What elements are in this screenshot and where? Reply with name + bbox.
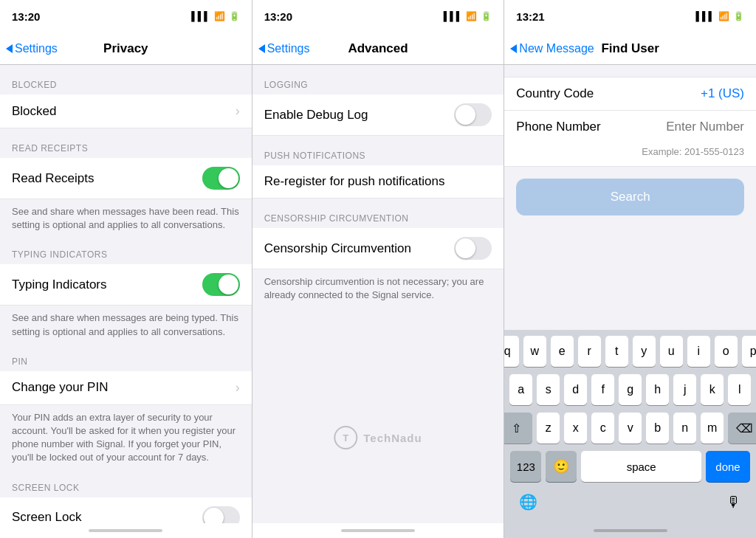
signal-icon-1: ▌▌▌ [191, 11, 210, 21]
keyboard: q w e r t y u i o p a s d f g h j k l ⇧ … [504, 330, 756, 523]
status-icons-1: ▌▌▌ 📶 🔋 [191, 11, 240, 21]
key-d[interactable]: d [564, 374, 587, 405]
key-space[interactable]: space [581, 451, 701, 482]
section-header-logging: LOGGING [252, 65, 504, 94]
key-b[interactable]: b [646, 413, 669, 444]
form-row-phone[interactable]: Phone Number [504, 110, 756, 143]
key-e[interactable]: e [551, 336, 574, 367]
key-r[interactable]: r [578, 336, 601, 367]
country-value[interactable]: +1 (US) [701, 86, 744, 101]
screenlock-toggle[interactable] [202, 506, 240, 524]
key-g[interactable]: g [619, 374, 642, 405]
key-t[interactable]: t [605, 336, 628, 367]
key-o[interactable]: o [715, 336, 738, 367]
key-globe[interactable]: 🌐 [519, 486, 537, 517]
key-shift[interactable]: ⇧ [504, 413, 532, 444]
chevron-left-icon-2 [258, 44, 265, 53]
key-n[interactable]: n [673, 413, 696, 444]
status-icons-3: ▌▌▌ 📶 🔋 [696, 11, 745, 21]
key-l[interactable]: l [728, 374, 751, 405]
kb-row-bottom: 123 🙂 space done [507, 451, 753, 482]
chevron-left-icon-1 [6, 44, 13, 53]
row-censor[interactable]: Censorship Circumvention [252, 228, 504, 269]
chevron-icon-blocked: › [236, 103, 240, 119]
typing-toggle[interactable] [202, 273, 240, 296]
form-row-country[interactable]: Country Code +1 (US) [504, 77, 756, 110]
push-notif-title: Re-register for push notifications [264, 174, 492, 189]
chevron-icon-pin: › [236, 380, 240, 396]
chevron-left-icon-3 [510, 44, 517, 53]
debug-log-toggle[interactable] [454, 103, 492, 126]
row-screenlock[interactable]: Screen Lock [0, 497, 252, 524]
key-i[interactable]: i [687, 336, 710, 367]
debug-log-title: Enable Debug Log [264, 108, 455, 123]
section-header-typing: TYPING INDICATORS [0, 235, 252, 264]
read-receipts-toggle[interactable] [202, 167, 240, 190]
nav-back-label-2[interactable]: Settings [267, 42, 310, 55]
home-bar-2 [341, 529, 415, 532]
kb-row-3: ⇧ z x c v b n m ⌫ [507, 413, 753, 444]
kb-row-extras: 🌐 🎙 [507, 485, 753, 517]
key-y[interactable]: y [633, 336, 656, 367]
section-header-censor: CENSORSHIP CIRCUMVENTION [252, 199, 504, 228]
status-time-2: 13:20 [264, 10, 292, 23]
censor-toggle[interactable] [454, 237, 492, 260]
scroll-content-1: BLOCKED Blocked › READ RECEIPTS Read Rec… [0, 65, 252, 523]
scroll-content-2: LOGGING Enable Debug Log PUSH NOTIFICATI… [252, 65, 504, 523]
key-mic[interactable]: 🎙 [726, 486, 741, 517]
panel-advanced: 13:20 ▌▌▌ 📶 🔋 Settings Advanced LOGGING … [252, 0, 504, 538]
key-h[interactable]: h [646, 374, 669, 405]
kb-row-1: q w e r t y u i o p [507, 336, 753, 367]
wifi-icon-2: 📶 [466, 11, 477, 21]
typing-title: Typing Indicators [12, 277, 202, 292]
key-f[interactable]: f [591, 374, 614, 405]
nav-back-2[interactable]: Settings [258, 42, 310, 55]
nav-title-3: Find User [601, 41, 659, 56]
key-w[interactable]: w [523, 336, 546, 367]
phone-label: Phone Number [516, 120, 600, 134]
key-x[interactable]: x [564, 413, 587, 444]
kb-row-2: a s d f g h j k l [507, 374, 753, 405]
row-blocked[interactable]: Blocked › [0, 94, 252, 128]
nav-back-label-3[interactable]: New Message [519, 42, 594, 55]
key-u[interactable]: u [660, 336, 683, 367]
form-section: Country Code +1 (US) Phone Number Exampl… [504, 77, 756, 167]
nav-back-1[interactable]: Settings [6, 42, 58, 55]
nav-back-label-1[interactable]: Settings [15, 42, 58, 55]
section-header-push: PUSH NOTIFICATIONS [252, 136, 504, 165]
row-pin[interactable]: Change your PIN › [0, 371, 252, 405]
key-k[interactable]: k [701, 374, 724, 405]
key-delete[interactable]: ⌫ [728, 413, 756, 444]
pin-desc: Your PIN adds an extra layer of security… [0, 405, 252, 468]
section-header-read: READ RECEIPTS [0, 128, 252, 158]
country-label: Country Code [516, 86, 594, 101]
key-q[interactable]: q [504, 336, 518, 367]
nav-bar-3: New Message Find User [504, 32, 756, 65]
row-typing[interactable]: Typing Indicators [0, 264, 252, 306]
nav-back-3[interactable]: New Message [510, 42, 594, 55]
phone-input[interactable] [633, 120, 744, 134]
key-c[interactable]: c [591, 413, 614, 444]
row-push-notif[interactable]: Re-register for push notifications [252, 165, 504, 199]
key-v[interactable]: v [619, 413, 642, 444]
example-text: Example: 201-555-0123 [504, 143, 756, 167]
key-j[interactable]: j [673, 374, 696, 405]
search-button[interactable]: Search [516, 179, 744, 215]
key-z[interactable]: z [537, 413, 560, 444]
key-num[interactable]: 123 [510, 451, 541, 482]
battery-icon-2: 🔋 [481, 11, 492, 21]
key-emoji[interactable]: 🙂 [546, 451, 577, 482]
row-read-receipts[interactable]: Read Receipts [0, 158, 252, 199]
section-header-pin: PIN [0, 342, 252, 371]
home-bar-3 [594, 529, 667, 532]
key-a[interactable]: a [509, 374, 532, 405]
key-p[interactable]: p [742, 336, 756, 367]
key-s[interactable]: s [537, 374, 560, 405]
row-debug-log[interactable]: Enable Debug Log [252, 94, 504, 136]
nav-bar-2: Settings Advanced [252, 32, 504, 65]
key-done[interactable]: done [706, 451, 750, 482]
blocked-title: Blocked [12, 104, 230, 119]
wifi-icon-3: 📶 [718, 11, 729, 21]
status-time-1: 13:20 [12, 10, 40, 23]
key-m[interactable]: m [701, 413, 724, 444]
